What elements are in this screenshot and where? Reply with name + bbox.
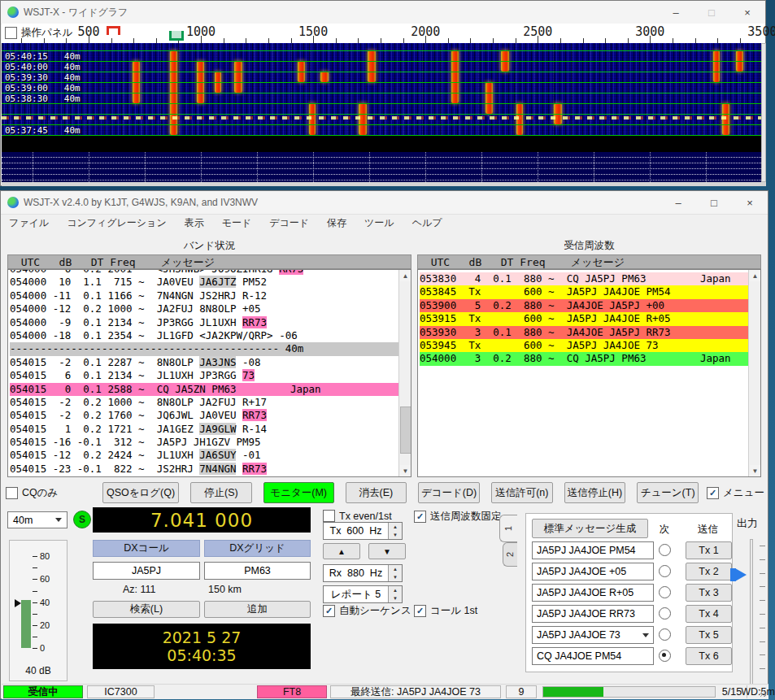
scroll-up-icon[interactable]: ▲ [400, 270, 411, 281]
decode-button[interactable]: デコード(D) [418, 482, 480, 503]
next-tx-radio-4[interactable] [659, 607, 671, 620]
close-button[interactable]: × [729, 1, 765, 24]
tx-even-checkbox[interactable]: Tx even/1st [323, 510, 392, 522]
spinner-arrows-icon[interactable]: ▲▼ [388, 565, 402, 581]
decode-row[interactable]: 054015 -2 0.2 1000 ~ 8N8OLP JA2FUJ R+17 [10, 396, 398, 409]
tx-up-button[interactable]: ▲ [323, 543, 360, 559]
rx-frequency-table[interactable]: 053830 4 0.1 880 ~ CQ JA5PJ PM63Japan053… [417, 269, 761, 477]
decode-row[interactable]: 054000 10 1.1 715 ~ JA0VEU JA6JTZ PM52 [10, 276, 398, 289]
decode-row[interactable]: 054015 1 0.2 1721 ~ JA1GEZ JA9GLW R-14 [10, 423, 398, 436]
tab-2[interactable]: 2 [503, 542, 517, 567]
tx-6-button[interactable]: Tx 6 [686, 647, 732, 665]
tx-4-button[interactable]: Tx 4 [686, 605, 732, 623]
decode-row[interactable]: 054000 -9 0.1 2134 ~ JP3RGG JL1UXH RR73 [10, 316, 398, 329]
maximize-button[interactable]: □ [694, 1, 729, 24]
erase-button[interactable]: 消去(E) [346, 482, 407, 503]
decode-row[interactable]: 054015 6 0.1 2134 ~ JL1UXH JP3RGG 73 [10, 369, 398, 382]
dx-grid-field[interactable]: PM63 [204, 562, 311, 580]
dx-call-field[interactable]: JA5PJ [93, 562, 200, 580]
next-tx-radio-2[interactable] [659, 565, 671, 577]
rx-frequency-scrollbar[interactable]: ▲ ▼ [748, 270, 760, 476]
tx-frequency-marker-icon[interactable] [107, 26, 120, 35]
waterfall-scrollbar[interactable] [761, 43, 766, 182]
decode-row[interactable]: 053830 4 0.1 880 ~ CQ JA5PJ PM63Japan [420, 272, 748, 285]
decode-row[interactable]: 053915 Tx 600 ~ JA5PJ JA4JOE R+05 [420, 312, 748, 325]
menus-checkbox[interactable]: ✓ メニュー [707, 486, 764, 500]
generate-std-msgs-button[interactable]: 標準メッセージ生成 [532, 519, 648, 538]
halt-button[interactable]: 停止(S) [190, 482, 252, 503]
call-1st-checkbox[interactable]: ✓ コール 1st [414, 604, 477, 618]
resize-grip-icon[interactable] [760, 690, 766, 697]
decode-row[interactable]: 053845 Tx 600 ~ JA5PJ JA4JOE PM54 [420, 285, 748, 298]
tune-button[interactable]: チューン(T) [637, 482, 699, 503]
decode-row[interactable]: 054000 -6 0.2 2001 ~ <JH3HWB> JO9OZIHR18… [10, 270, 398, 276]
waterfall-display[interactable]: 05:40:15 40m05:40:00 40m05:39:30 40m05:3… [2, 43, 761, 136]
hold-tx-freq-checkbox[interactable]: ✓ 送信周波数固定 [414, 510, 502, 524]
scroll-down-icon[interactable]: ▼ [750, 465, 760, 476]
tx-down-button[interactable]: ▼ [368, 543, 406, 559]
decode-row[interactable]: 054000 -11 0.1 1166 ~ 7N4NGN JS2HRJ R-12 [10, 289, 398, 302]
band-select[interactable]: 40m [7, 511, 67, 528]
control-panel-checkbox[interactable]: 操作パネル [5, 26, 72, 40]
scroll-thumb[interactable] [400, 407, 411, 454]
output-power-slider[interactable] [750, 539, 753, 688]
rx-frequency-marker-icon[interactable] [169, 31, 184, 41]
decode-row[interactable]: 053930 3 0.1 880 ~ JA4JOE JA5PJ RR73 [420, 326, 748, 339]
scroll-up-icon[interactable]: ▲ [750, 270, 760, 281]
minimize-button[interactable]: – [658, 1, 694, 24]
tx-message-field-5[interactable]: JA5PJ JA4JOE 73 [532, 626, 654, 644]
decode-row[interactable]: 053900 5 0.2 880 ~ JA4JOE JA5PJ +00 [420, 299, 748, 312]
decode-row[interactable]: 054000 -18 0.1 2354 ~ JL1GFD <JA2KPW/QRP… [10, 329, 398, 342]
output-slider-handle-icon[interactable] [735, 568, 747, 581]
next-tx-radio-6[interactable] [659, 650, 671, 662]
menu-item-2[interactable]: 表示 [185, 216, 204, 230]
close-button[interactable]: × [732, 191, 768, 214]
report-spinner[interactable]: レポート 5 ▲▼ [323, 585, 403, 603]
tx-5-button[interactable]: Tx 5 [686, 626, 732, 644]
decode-row[interactable]: 054015 -16 -0.1 312 ~ JA5PJ JH1GZV PM95 [10, 436, 398, 449]
tx-message-field-4[interactable]: JA5PJ JA4JOE RR73 [532, 605, 654, 623]
tx-message-field-3[interactable]: JA5PJ JA4JOE R+05 [532, 584, 654, 602]
menu-item-1[interactable]: コンフィグレーション [67, 216, 167, 230]
minimize-button[interactable]: – [660, 191, 696, 214]
decode-row[interactable]: 054015 0 0.1 2588 ~ CQ JA5ZN PM63Japan [10, 383, 398, 396]
decode-row[interactable]: 054015 -12 0.2 2424 ~ JL1UXH JA6SUY -01 [10, 449, 398, 462]
band-activity-scrollbar[interactable]: ▲ ▼ [398, 270, 411, 476]
next-tx-radio-3[interactable] [659, 586, 671, 598]
lookup-button[interactable]: 検索(L) [93, 601, 200, 618]
halt-tx-button[interactable]: 送信停止(H) [564, 482, 626, 503]
s-meter-button[interactable]: S [73, 511, 91, 528]
tx-freq-spinner[interactable]: Tx 600 Hz ▲▼ [323, 522, 403, 540]
spinner-arrows-icon[interactable]: ▲▼ [388, 586, 402, 602]
cq-only-checkbox[interactable]: CQのみ [6, 486, 58, 500]
auto-seq-checkbox[interactable]: ✓ 自動シーケンス [323, 604, 411, 618]
tx-message-field-1[interactable]: JA5PJ JA4JOE PM54 [532, 541, 654, 559]
menu-item-4[interactable]: デコード [269, 216, 309, 230]
scroll-down-icon[interactable]: ▼ [400, 465, 411, 476]
tx-1-button[interactable]: Tx 1 [686, 541, 732, 559]
main-titlebar[interactable]: WSJT-X v2.4.0 by K1JT, G4WJS, K9AN, and … [1, 191, 768, 215]
menu-item-0[interactable]: ファイル [9, 216, 49, 230]
maximize-button[interactable]: □ [696, 191, 732, 214]
tx-3-button[interactable]: Tx 3 [686, 584, 732, 602]
tx-2-button[interactable]: Tx 2 [686, 563, 732, 580]
decode-row[interactable]: 053945 Tx 600 ~ JA5PJ JA4JOE 73 [420, 339, 748, 352]
decode-row[interactable]: 054000 3 0.2 880 ~ CQ JA5PJ PM63Japan [420, 352, 748, 365]
spinner-arrows-icon[interactable]: ▲▼ [388, 523, 402, 539]
menu-item-7[interactable]: ヘルプ [412, 216, 442, 230]
monitor-button[interactable]: モニター(M) [263, 482, 334, 503]
tx-message-field-2[interactable]: JA5PJ JA4JOE +05 [532, 563, 654, 580]
decode-row[interactable]: 054015 -2 0.2 1760 ~ JQ6JWL JA0VEU RR73 [10, 409, 398, 422]
log-qso-button[interactable]: QSOをログ(Q) [102, 482, 179, 503]
band-activity-table[interactable]: 054000 -6 0.2 2001 ~ <JH3HWB> JO9OZIHR18… [7, 269, 411, 477]
next-tx-radio-5[interactable] [659, 628, 671, 641]
decode-row[interactable]: 054015 -23 -0.1 822 ~ JS2HRJ 7N4NGN RR73 [10, 463, 398, 476]
menu-item-6[interactable]: ツール [364, 216, 394, 230]
enable-tx-button[interactable]: 送信許可(n) [491, 482, 553, 503]
menu-item-5[interactable]: 保存 [327, 216, 346, 230]
menu-item-3[interactable]: モード [222, 216, 252, 230]
next-tx-radio-1[interactable] [659, 544, 671, 556]
wide-graph-titlebar[interactable]: WSJT-X - ワイドグラフ – □ × [1, 1, 765, 24]
decode-row[interactable]: 054015 -2 0.1 2287 ~ 8N8OLP JA3JNS -08 [10, 356, 398, 369]
decode-row[interactable]: 054000 -12 0.2 1000 ~ JA2FUJ 8N8OLP +05 [10, 302, 398, 315]
